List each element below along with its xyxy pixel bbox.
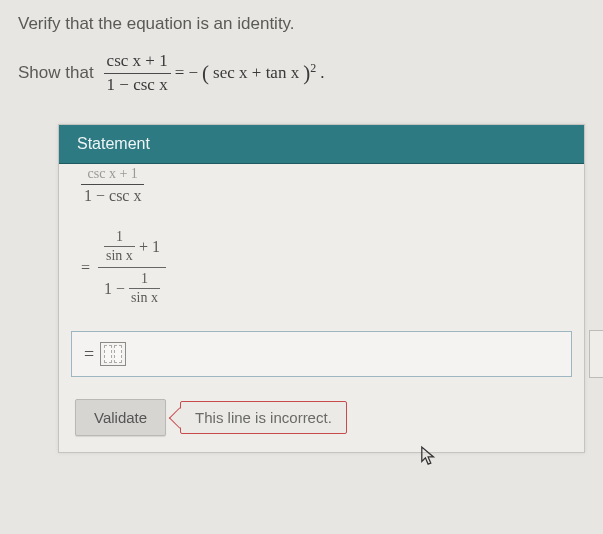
side-panel-edge — [589, 330, 603, 378]
identity-equation: csc x + 1 1 − csc x = − ( sec x + tan x … — [104, 52, 325, 94]
rhs-exponent: 2 — [310, 61, 316, 75]
step1-numerator: csc x + 1 — [85, 166, 141, 183]
show-that-label: Show that — [18, 63, 94, 83]
step2-top-plus-one: + 1 — [139, 238, 160, 256]
step2-bot-frac-den: sin x — [129, 288, 160, 306]
proof-step-2: = 1 sin x + 1 1 − 1 sin x — [59, 212, 584, 327]
show-that-row: Show that csc x + 1 1 − csc x = − ( sec … — [18, 52, 585, 94]
step2-complex-fraction: 1 sin x + 1 1 − 1 sin x — [98, 226, 166, 309]
rhs-base: sec x + tan x — [213, 63, 299, 83]
input-slot[interactable] — [114, 345, 122, 363]
step2-bot-frac-num: 1 — [139, 271, 150, 288]
input-equals-prefix: = — [84, 344, 94, 365]
statement-header: Statement — [59, 125, 584, 164]
equation-period: . — [320, 63, 324, 83]
answer-input-row[interactable]: = — [71, 331, 572, 377]
step2-equals: = — [81, 259, 90, 277]
step2-top-frac-den: sin x — [104, 246, 135, 264]
lhs-numerator: csc x + 1 — [104, 52, 171, 73]
proof-step-1: csc x + 1 1 − csc x — [59, 164, 584, 212]
step1-denominator: 1 − csc x — [81, 184, 144, 205]
validate-row: Validate This line is incorrect. — [59, 389, 584, 452]
lhs-denominator: 1 − csc x — [104, 73, 171, 95]
step2-top-frac-num: 1 — [114, 229, 125, 246]
error-message: This line is incorrect. — [180, 401, 347, 434]
step2-bot-fraction: 1 sin x — [129, 271, 160, 306]
rhs-open: ( — [202, 61, 209, 86]
input-slot[interactable] — [104, 345, 112, 363]
math-input-placeholder[interactable] — [100, 342, 126, 366]
step2-top-fraction: 1 sin x — [104, 229, 135, 264]
instruction-text: Verify that the equation is an identity. — [18, 14, 585, 34]
lhs-fraction: csc x + 1 1 − csc x — [104, 52, 171, 94]
proof-panel: Statement csc x + 1 1 − csc x = 1 sin x … — [58, 124, 585, 453]
step2-bot-lead: 1 − — [104, 280, 125, 298]
validate-button[interactable]: Validate — [75, 399, 166, 436]
equals-neg: = − — [175, 63, 198, 83]
